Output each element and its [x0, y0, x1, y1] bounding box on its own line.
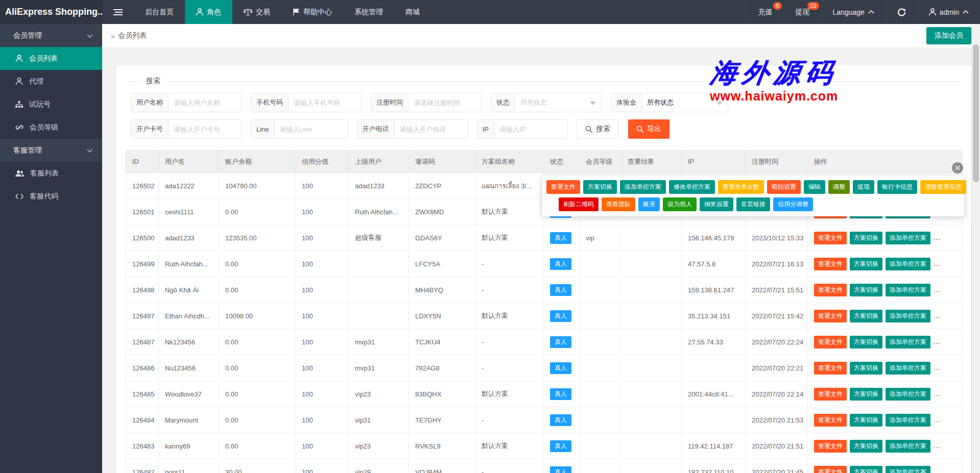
more-actions-button[interactable]: ... — [934, 338, 941, 345]
体验金-select[interactable]: 所有状态 — [642, 93, 728, 112]
Line-input[interactable] — [275, 120, 347, 138]
row-action-添加单控方案[interactable]: 添加单控方案 — [886, 440, 930, 453]
row-action-添加单控方案[interactable]: 添加单控方案 — [886, 232, 930, 244]
row-action-签署文件[interactable]: 签署文件 — [814, 258, 847, 270]
row-action-添加单控方案[interactable]: 添加单控方案 — [886, 258, 930, 270]
row-action-添加单控方案[interactable]: 添加单控方案 — [886, 388, 930, 401]
popup-action-刷新二维码[interactable]: 刷新二维码 — [559, 197, 599, 211]
状态-select[interactable]: 所有状态 — [515, 93, 601, 112]
column-header-操作: 操作 — [808, 151, 962, 173]
topbar-menu-系统管理[interactable]: 系统管理 — [343, 0, 394, 24]
user-menu[interactable]: admin — [917, 0, 980, 24]
row-action-签署文件[interactable]: 签署文件 — [814, 336, 847, 348]
recharge-button[interactable]: 充值 0 — [747, 0, 784, 24]
row-action-签署文件[interactable]: 签署文件 — [814, 414, 847, 427]
topbar-menu-后台首页[interactable]: 后台首页 — [134, 0, 185, 24]
popup-action-账变[interactable]: 账变 — [638, 197, 660, 211]
用户名称-input[interactable] — [169, 93, 241, 112]
more-actions-button[interactable]: ... — [934, 364, 941, 371]
topbar-menu-帮助中心[interactable]: 帮助中心 — [281, 0, 343, 24]
popup-action-添加单控方案[interactable]: 添加单控方案 — [620, 180, 666, 194]
IP-input[interactable] — [494, 120, 567, 138]
more-actions-button[interactable]: ... — [934, 442, 941, 450]
popup-action-抽奖设置[interactable]: 抽奖设置 — [700, 197, 733, 211]
popup-action-信用分调整[interactable]: 信用分调整 — [773, 197, 813, 211]
table-row: 126483kanny690.00100vip23RVKSL9默认方案真人119… — [126, 433, 962, 459]
row-action-方案切换[interactable]: 方案切换 — [850, 466, 882, 473]
row-action-添加单控方案[interactable]: 添加单控方案 — [886, 310, 930, 322]
cell-status: 真人 — [544, 459, 580, 473]
sidebar-item-会员列表[interactable]: 会员列表 — [0, 47, 102, 70]
row-action-方案切换[interactable]: 方案切换 — [850, 388, 882, 401]
sidebar-group-会员管理[interactable]: 会员管理 — [0, 24, 102, 47]
popup-action-签署文件[interactable]: 签署文件 — [546, 180, 580, 194]
popup-action-暗扣设置[interactable]: 暗扣设置 — [767, 180, 801, 194]
popup-action-方案切换[interactable]: 方案切换 — [583, 180, 617, 194]
popup-action-调整[interactable]: 调整 — [828, 180, 850, 194]
sidebar-item-客服列表[interactable]: 客服列表 — [0, 162, 102, 185]
row-action-添加单控方案[interactable]: 添加单控方案 — [886, 466, 930, 473]
refresh-button[interactable] — [886, 0, 917, 24]
开户卡号-input[interactable] — [169, 120, 241, 138]
row-action-签署文件[interactable]: 签署文件 — [814, 310, 847, 322]
more-actions-button[interactable]: ... — [934, 390, 941, 397]
开户电话-input[interactable] — [395, 120, 467, 138]
cell-actions: 签署文件方案切换添加单控方案... — [808, 381, 962, 407]
more-actions-button[interactable]: ... — [934, 468, 941, 473]
row-action-方案切换[interactable]: 方案切换 — [850, 284, 882, 296]
row-action-方案切换[interactable]: 方案切换 — [850, 440, 882, 453]
topbar-menu-角色[interactable]: 角色 — [185, 0, 232, 24]
dropdown-arrow-icon — [716, 102, 723, 105]
row-action-方案切换[interactable]: 方案切换 — [850, 232, 882, 244]
popup-action-清除签署信息[interactable]: 清除签署信息 — [920, 180, 966, 194]
sidebar-group-客服管理[interactable]: 客服管理 — [0, 139, 102, 162]
row-action-方案切换[interactable]: 方案切换 — [850, 336, 882, 348]
popup-action-重置抢单次数[interactable]: 重置抢单次数 — [718, 180, 764, 194]
row-action-方案切换[interactable]: 方案切换 — [850, 362, 882, 375]
more-actions-button[interactable]: ... — [934, 260, 941, 267]
popup-action-银行卡信息[interactable]: 银行卡信息 — [877, 180, 917, 194]
topbar-menu-商城[interactable]: 商城 — [394, 0, 431, 24]
vertical-scrollbar[interactable] — [971, 24, 980, 473]
row-action-添加单控方案[interactable]: 添加单控方案 — [886, 362, 930, 375]
export-button[interactable]: 导出 — [628, 119, 670, 139]
sidebar-item-会员等级[interactable]: 会员等级 — [0, 116, 102, 139]
row-action-签署文件[interactable]: 签署文件 — [814, 284, 847, 296]
popup-action-提现[interactable]: 提现 — [853, 180, 874, 194]
hamburger-button[interactable] — [102, 0, 134, 24]
topbar-menu-交易[interactable]: 交易 — [232, 0, 281, 24]
row-action-添加单控方案[interactable]: 添加单控方案 — [886, 414, 930, 427]
search-button[interactable]: 搜索 — [577, 119, 619, 139]
row-action-签署文件[interactable]: 签署文件 — [814, 466, 847, 473]
sidebar-item-试玩号[interactable]: 试玩号 — [0, 93, 102, 116]
row-action-添加单控方案[interactable]: 添加单控方案 — [886, 284, 930, 296]
language-menu[interactable]: Language — [821, 0, 886, 24]
sidebar-item-代理[interactable]: 代理 — [0, 70, 102, 93]
more-actions-button[interactable]: ... — [934, 286, 941, 293]
add-member-button[interactable]: 添加会员 — [926, 27, 971, 44]
row-action-添加单控方案[interactable]: 添加单控方案 — [886, 336, 930, 348]
popup-action-设为假人[interactable]: 设为假人 — [663, 197, 697, 211]
row-action-签署文件[interactable]: 签署文件 — [814, 388, 847, 401]
more-actions-button[interactable]: ... — [934, 234, 941, 241]
cell-invite: LDXY5N — [409, 303, 475, 329]
status-badge: 真人 — [550, 362, 571, 374]
popup-action-首页链接[interactable]: 首页链接 — [736, 197, 770, 211]
row-action-签署文件[interactable]: 签署文件 — [814, 362, 847, 375]
row-action-方案切换[interactable]: 方案切换 — [850, 258, 882, 270]
row-action-方案切换[interactable]: 方案切换 — [850, 414, 882, 427]
sidebar-item-客服代码[interactable]: 客服代码 — [0, 185, 102, 208]
row-action-签署文件[interactable]: 签署文件 — [814, 232, 847, 244]
row-action-签署文件[interactable]: 签署文件 — [814, 440, 847, 453]
row-action-方案切换[interactable]: 方案切换 — [850, 310, 882, 322]
popup-action-查看团队[interactable]: 查看团队 — [602, 197, 635, 211]
注册时间-input[interactable] — [409, 93, 481, 112]
popup-action-修改单控方案[interactable]: 修改单控方案 — [669, 180, 715, 194]
popup-close-button[interactable] — [952, 162, 963, 173]
more-actions-button[interactable]: ... — [934, 312, 941, 319]
withdraw-button[interactable]: 提现 22 — [784, 0, 821, 24]
more-actions-button[interactable]: ... — [934, 416, 941, 424]
popup-action-编辑[interactable]: 编辑 — [804, 180, 825, 194]
手机号码-input[interactable] — [289, 93, 361, 112]
scrollbar-thumb[interactable] — [973, 44, 979, 182]
